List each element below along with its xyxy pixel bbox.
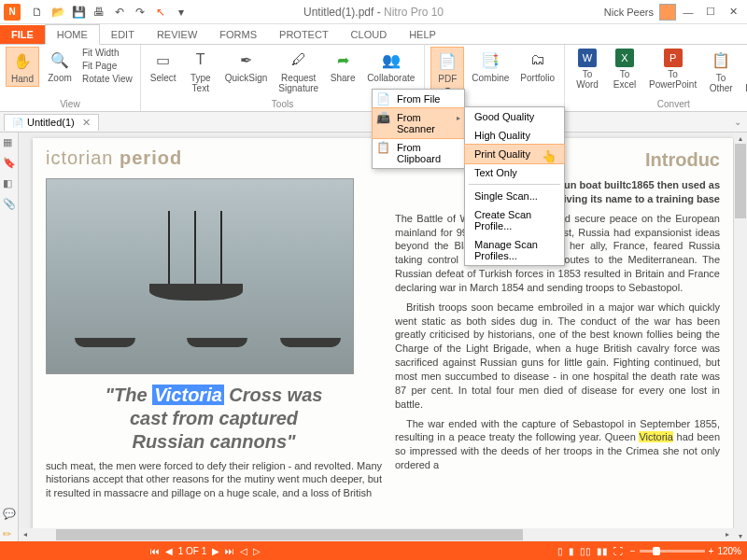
- page-viewport[interactable]: ictorian period "The Victoria Cross was …: [19, 133, 747, 541]
- page-nav: ⏮ ◀ 1 OF 1 ▶ ⏭ ◁ ▷: [150, 546, 261, 556]
- highlight-victoria: Victoria: [152, 385, 224, 405]
- quicksign-button[interactable]: ✒QuickSign: [221, 47, 272, 85]
- other-icon: 📋: [710, 49, 732, 71]
- to-excel-button[interactable]: XToExcel: [608, 47, 641, 91]
- collaborate-button[interactable]: 👥Collaborate: [363, 47, 418, 85]
- last-page-button[interactable]: ⏭: [225, 546, 234, 556]
- group-convert-label: Convert: [571, 98, 747, 109]
- ribbon-tabs: FILE HOME EDIT REVIEW FORMS PROTECT CLOU…: [0, 24, 747, 45]
- layers-panel-icon[interactable]: ◧: [3, 177, 16, 190]
- zoom-control: − + 120%: [630, 546, 741, 556]
- minimize-button[interactable]: —: [678, 4, 698, 21]
- attachments-panel-icon[interactable]: 📎: [3, 198, 16, 211]
- menu-from-clipboard[interactable]: 📋From Clipboard: [373, 138, 464, 168]
- clipboard-icon: 📋: [376, 141, 391, 156]
- scanner-submenu: Good Quality High Quality Print Quality …: [464, 106, 565, 266]
- tab-forms[interactable]: FORMS: [208, 25, 268, 44]
- body-left: such meat, the men were forced to defy t…: [46, 459, 382, 499]
- new-icon[interactable]: 🗋: [28, 3, 47, 21]
- nav-fwd-button[interactable]: ▷: [253, 546, 261, 556]
- menu-separator: [469, 184, 560, 185]
- save-icon[interactable]: 💾: [69, 3, 88, 21]
- share-button[interactable]: ➦Share: [326, 47, 359, 85]
- combine-button[interactable]: 📑Combine: [468, 47, 513, 85]
- pull-quote: "The Victoria Cross was cast from captur…: [46, 384, 382, 454]
- to-powerpoint-button[interactable]: PToPowerPoint: [645, 47, 700, 91]
- tab-review[interactable]: REVIEW: [146, 25, 208, 44]
- sign-panel-icon[interactable]: ✏: [3, 528, 16, 541]
- zoom-button[interactable]: 🔍Zoom: [43, 47, 77, 85]
- pages-panel-icon[interactable]: ▦: [3, 136, 16, 149]
- menu-good-quality[interactable]: Good Quality: [465, 107, 564, 126]
- zoom-in-button[interactable]: +: [709, 546, 714, 556]
- first-page-button[interactable]: ⏮: [150, 546, 160, 556]
- collapse-ribbon-icon[interactable]: ⌄: [734, 117, 747, 127]
- portfolio-button[interactable]: 🗂Portfolio: [516, 47, 558, 85]
- scrollbar-horizontal[interactable]: ◂▸: [19, 528, 734, 541]
- scrollbar-vertical[interactable]: ▴▾: [734, 133, 747, 541]
- next-page-button[interactable]: ▶: [212, 546, 219, 556]
- menu-create-profile[interactable]: Create Scan Profile...: [465, 205, 564, 235]
- reqsig-icon: 🖊: [288, 49, 310, 71]
- hand-button[interactable]: ✋Hand: [6, 47, 39, 87]
- view-cont-facing-icon[interactable]: ▮▮: [597, 546, 608, 556]
- to-other-button[interactable]: 📋ToOther: [704, 47, 738, 95]
- open-icon[interactable]: 📂: [49, 3, 67, 21]
- pointer-icon[interactable]: ↖: [151, 3, 170, 21]
- type-text-button[interactable]: TTypeText: [184, 47, 218, 95]
- document-tab[interactable]: 📄 Untitled(1) ✕: [4, 114, 99, 131]
- print-icon[interactable]: 🖶: [90, 3, 108, 21]
- avatar[interactable]: [659, 4, 676, 21]
- view-cont-icon[interactable]: ▮: [569, 546, 574, 556]
- comments-panel-icon[interactable]: 💬: [3, 508, 16, 521]
- tab-cloud[interactable]: CLOUD: [340, 25, 399, 44]
- zoom-out-button[interactable]: −: [630, 546, 636, 556]
- redo-icon[interactable]: ↷: [131, 3, 149, 21]
- word-icon: W: [578, 49, 597, 67]
- menu-from-scanner[interactable]: 📠From Scanner▸: [372, 107, 465, 139]
- tab-protect[interactable]: PROTECT: [268, 25, 340, 44]
- menu-manage-profiles[interactable]: Manage Scan Profiles...: [465, 235, 564, 265]
- share-icon: ➦: [331, 49, 354, 71]
- pdf-icon: 📄: [436, 49, 458, 72]
- prev-page-button[interactable]: ◀: [165, 546, 173, 556]
- cursor-icon: 👆: [542, 149, 557, 163]
- bookmarks-panel-icon[interactable]: 🔖: [3, 157, 16, 170]
- view-full-icon[interactable]: ⛶: [613, 546, 623, 556]
- nav-back-button[interactable]: ◁: [240, 546, 247, 556]
- user-name[interactable]: Nick Peers: [604, 7, 654, 18]
- rotate-view-button[interactable]: Rotate View: [80, 73, 134, 85]
- photo-ship: [46, 178, 354, 374]
- collab-icon: 👥: [380, 49, 402, 71]
- sidebar: ▦ 🔖 ◧ 📎 💬 ✏: [0, 133, 19, 541]
- maximize-button[interactable]: ☐: [700, 4, 721, 21]
- tab-edit[interactable]: EDIT: [100, 25, 146, 44]
- tab-home[interactable]: HOME: [45, 24, 100, 45]
- fit-page-button[interactable]: Fit Page: [80, 60, 134, 72]
- group-view-label: View: [6, 98, 134, 109]
- status-bar: ⏮ ◀ 1 OF 1 ▶ ⏭ ◁ ▷ ▯ ▮ ▯▯ ▮▮ ⛶ − + 120%: [0, 541, 747, 560]
- ppt-icon: P: [664, 49, 683, 67]
- qat-more-icon[interactable]: ▾: [172, 3, 190, 21]
- menu-single-scan[interactable]: Single Scan...: [465, 187, 564, 205]
- view-facing-icon[interactable]: ▯▯: [580, 546, 591, 556]
- tab-help[interactable]: HELP: [398, 25, 447, 44]
- undo-icon[interactable]: ↶: [110, 3, 129, 21]
- para-troops: British troops soon became embroiled in …: [395, 301, 720, 412]
- app-icon: N: [4, 4, 21, 21]
- doc-icon: 📄: [12, 118, 23, 128]
- menu-text-only[interactable]: Text Only: [465, 163, 564, 182]
- select-button[interactable]: ▭Select: [147, 47, 180, 85]
- fit-width-button[interactable]: Fit Width: [80, 47, 134, 59]
- tab-file[interactable]: FILE: [0, 25, 45, 44]
- menu-from-file[interactable]: 📄From File: [373, 90, 464, 108]
- zoom-slider[interactable]: [640, 550, 705, 553]
- menu-high-quality[interactable]: High Quality: [465, 126, 564, 145]
- chevron-right-icon: ▸: [457, 114, 460, 122]
- close-button[interactable]: ✕: [723, 4, 743, 21]
- close-tab-icon[interactable]: ✕: [82, 117, 91, 129]
- to-word-button[interactable]: WToWord: [571, 47, 604, 91]
- view-single-icon[interactable]: ▯: [557, 546, 563, 556]
- request-signature-button[interactable]: 🖊RequestSignature: [275, 47, 322, 95]
- to-pdfa-button[interactable]: 📕ToPDF/A: [741, 47, 747, 95]
